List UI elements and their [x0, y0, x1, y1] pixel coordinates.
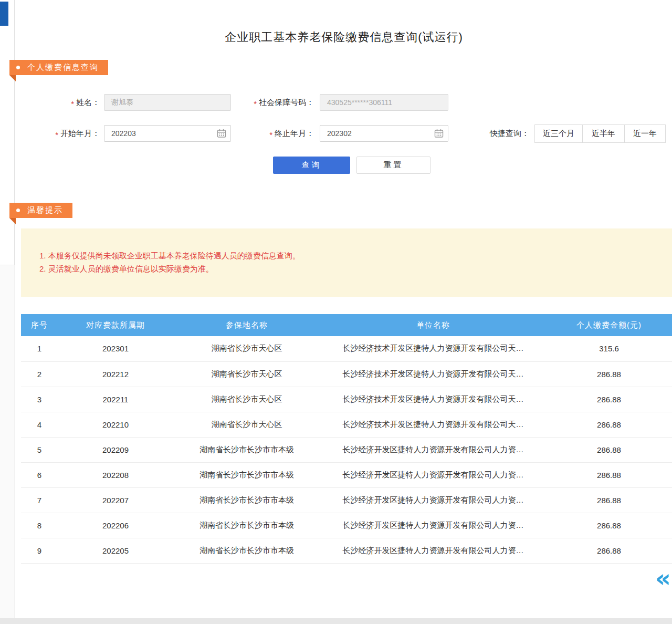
- table-row: 6202208湖南省长沙市长沙市市本级长沙经济开发区捷特人力资源开发有限公司人力…: [21, 462, 672, 487]
- table-cell: 202301: [58, 336, 173, 361]
- quick-last-3-months-button[interactable]: 近三个月: [534, 124, 583, 143]
- bullet-icon: [16, 66, 20, 69]
- notice-line: 2. 灵活就业人员的缴费单位信息以实际缴费为准。: [39, 262, 662, 275]
- table-cell: 8: [21, 513, 58, 538]
- table-header-row: 序号 对应费款所属期 参保地名称 单位名称 个人缴费金额(元): [21, 314, 672, 336]
- section-badge-label: 温馨提示: [27, 205, 63, 215]
- table-cell: 湖南省长沙市长沙市市本级: [173, 487, 320, 513]
- table-cell: 长沙经济开发区捷特人力资源开发有限公司人力资…: [320, 487, 546, 513]
- quick-last-year-button[interactable]: 近一年: [624, 124, 666, 143]
- table-cell: 湖南省长沙市长沙市市本级: [173, 437, 320, 462]
- table-cell: 湖南省长沙市长沙市市本级: [173, 538, 320, 563]
- table-cell: 3: [21, 387, 58, 412]
- section-badge-label: 个人缴费信息查询: [27, 63, 99, 72]
- table-cell: 202209: [58, 437, 173, 462]
- table-cell: 长沙经济技术开发区捷特人力资源开发有限公司天…: [320, 336, 546, 361]
- notice-box: 1. 本服务仅提供尚未领取企业职工基本养老保险待遇人员的缴费信息查询。 2. 灵…: [21, 228, 672, 297]
- table-row: 3202211湖南省长沙市天心区长沙经济技术开发区捷特人力资源开发有限公司天…2…: [21, 387, 672, 412]
- table-cell: 286.88: [546, 361, 672, 387]
- quick-last-half-year-button[interactable]: 近半年: [582, 124, 625, 143]
- table-cell: 湖南省长沙市长沙市市本级: [173, 462, 320, 487]
- page: 企业职工基本养老保险缴费信息查询(试运行) 个人缴费信息查询 * 姓名： * 社…: [0, 0, 672, 624]
- table-cell: 202207: [58, 487, 173, 513]
- table-cell: 长沙经济开发区捷特人力资源开发有限公司人力资…: [320, 437, 546, 462]
- table-cell: 长沙经济开发区捷特人力资源开发有限公司人力资…: [320, 462, 546, 487]
- table-body: 1202301湖南省长沙市天心区长沙经济技术开发区捷特人力资源开发有限公司天…3…: [21, 336, 672, 563]
- table-cell: 286.88: [546, 387, 672, 412]
- calendar-icon[interactable]: [217, 129, 226, 138]
- start-month-input[interactable]: [104, 125, 231, 142]
- sidebar-collapsed-tab[interactable]: [0, 2, 8, 26]
- table-cell: 长沙经济技术开发区捷特人力资源开发有限公司天…: [320, 361, 546, 387]
- table-row: 5202209湖南省长沙市长沙市市本级长沙经济开发区捷特人力资源开发有限公司人力…: [21, 437, 672, 462]
- ssn-input[interactable]: [320, 94, 448, 111]
- section-badge-personal-payment-query: 个人缴费信息查询: [9, 60, 108, 75]
- payment-table: 序号 对应费款所属期 参保地名称 单位名称 个人缴费金额(元) 1202301湖…: [21, 314, 672, 564]
- table-cell: 286.88: [546, 538, 672, 563]
- table-cell: 4: [21, 412, 58, 437]
- header-fee-period: 对应费款所属期: [58, 314, 173, 336]
- query-button[interactable]: 查询: [273, 157, 350, 174]
- required-marker: *: [71, 99, 74, 108]
- required-marker: *: [254, 99, 257, 108]
- table-cell: 湖南省长沙市天心区: [173, 361, 320, 387]
- table-row: 1202301湖南省长沙市天心区长沙经济技术开发区捷特人力资源开发有限公司天…3…: [21, 336, 672, 361]
- required-marker: *: [269, 130, 272, 139]
- double-left-chevron-icon[interactable]: «: [655, 566, 671, 590]
- table-cell: 7: [21, 487, 58, 513]
- table-cell: 202206: [58, 513, 173, 538]
- table-row: 7202207湖南省长沙市长沙市市本级长沙经济开发区捷特人力资源开发有限公司人力…: [21, 487, 672, 513]
- left-gutter: [0, 265, 15, 624]
- table-cell: 湖南省长沙市天心区: [173, 387, 320, 412]
- table-cell: 1: [21, 336, 58, 361]
- end-month-label-group: * 终止年月：: [226, 125, 314, 142]
- quick-query-label-group: 快捷查询：: [475, 125, 529, 142]
- table-cell: 202211: [58, 387, 173, 412]
- left-sidebar-panel: [0, 0, 15, 265]
- table-cell: 长沙经济开发区捷特人力资源开发有限公司人力资…: [320, 538, 546, 563]
- table-cell: 湖南省长沙市天心区: [173, 412, 320, 437]
- table-cell: 9: [21, 538, 58, 563]
- table-row: 9202205湖南省长沙市长沙市市本级长沙经济开发区捷特人力资源开发有限公司人力…: [21, 538, 672, 563]
- bullet-icon: [16, 209, 20, 212]
- bottom-edge-strip: [0, 618, 672, 624]
- table-cell: 长沙经济技术开发区捷特人力资源开发有限公司天…: [320, 387, 546, 412]
- table-cell: 286.88: [546, 487, 672, 513]
- section-badge-tips: 温馨提示: [9, 203, 72, 218]
- ssn-label: 社会保障号码：: [259, 98, 314, 108]
- table-cell: 315.6: [546, 336, 672, 361]
- table-cell: 202208: [58, 462, 173, 487]
- table-cell: 202210: [58, 412, 173, 437]
- end-month-input[interactable]: [320, 125, 448, 142]
- start-month-label: 开始年月：: [60, 129, 100, 139]
- page-title: 企业职工基本养老保险缴费信息查询(试运行): [16, 29, 672, 45]
- quick-query-label: 快捷查询：: [490, 129, 529, 139]
- start-month-label-group: * 开始年月：: [16, 125, 100, 142]
- header-seq: 序号: [21, 314, 58, 336]
- reset-button[interactable]: 重置: [356, 157, 430, 174]
- name-label-group: * 姓名：: [16, 94, 100, 111]
- table-cell: 202212: [58, 361, 173, 387]
- table-cell: 286.88: [546, 412, 672, 437]
- calendar-icon[interactable]: [434, 129, 444, 138]
- table-cell: 286.88: [546, 462, 672, 487]
- table-cell: 286.88: [546, 513, 672, 538]
- notice-line: 1. 本服务仅提供尚未领取企业职工基本养老保险待遇人员的缴费信息查询。: [39, 249, 662, 262]
- header-personal-amount: 个人缴费金额(元): [546, 314, 672, 336]
- table-cell: 2: [21, 361, 58, 387]
- table-cell: 286.88: [546, 437, 672, 462]
- table-cell: 湖南省长沙市天心区: [173, 336, 320, 361]
- name-input[interactable]: [104, 94, 231, 111]
- header-employer-name: 单位名称: [320, 314, 546, 336]
- table-cell: 202205: [58, 538, 173, 563]
- header-insured-place: 参保地名称: [173, 314, 320, 336]
- table-row: 4202210湖南省长沙市天心区长沙经济技术开发区捷特人力资源开发有限公司天…2…: [21, 412, 672, 437]
- table-row: 8202206湖南省长沙市长沙市市本级长沙经济开发区捷特人力资源开发有限公司人力…: [21, 513, 672, 538]
- table-cell: 6: [21, 462, 58, 487]
- table-cell: 长沙经济开发区捷特人力资源开发有限公司人力资…: [320, 513, 546, 538]
- table-row: 2202212湖南省长沙市天心区长沙经济技术开发区捷特人力资源开发有限公司天…2…: [21, 361, 672, 387]
- table-cell: 5: [21, 437, 58, 462]
- table-cell: 湖南省长沙市长沙市市本级: [173, 513, 320, 538]
- name-label: 姓名：: [76, 98, 100, 108]
- required-marker: *: [55, 130, 58, 139]
